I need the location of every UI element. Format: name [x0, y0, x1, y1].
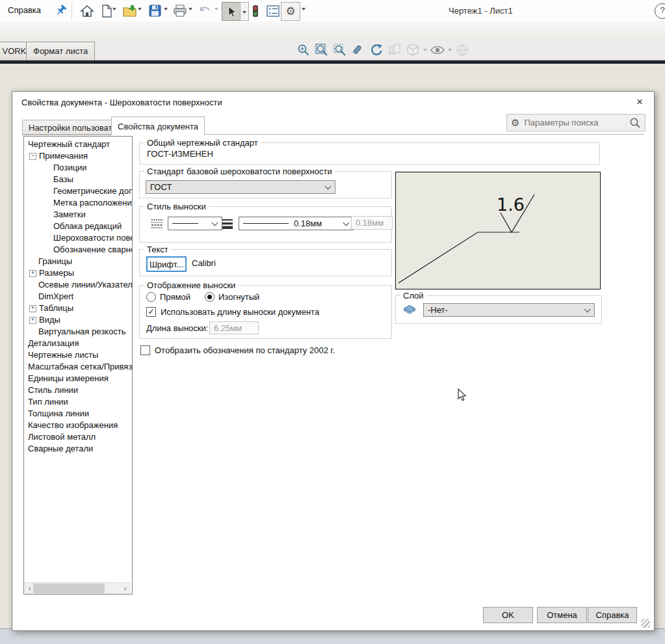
tree-item[interactable]: Чертежный стандарт	[24, 139, 132, 150]
expand-icon[interactable]: +	[29, 270, 36, 277]
tree-item[interactable]: Метка расположения	[24, 197, 132, 209]
display-style-caret[interactable]	[423, 49, 427, 51]
tab-sheet-format[interactable]: Формат листа	[26, 42, 95, 60]
tree-item[interactable]: +Таблицы	[24, 302, 132, 314]
leader-length-input[interactable]: 6.25мм	[209, 321, 259, 334]
standard-2002-checkbox[interactable]: Отобразить обозначения по стандарту 2002…	[140, 345, 335, 355]
line-thickness-icon[interactable]	[222, 219, 233, 229]
section-view-icon[interactable]	[387, 42, 402, 58]
resize-grip[interactable]	[641, 619, 650, 628]
search-gear-icon[interactable]: ⚙	[511, 117, 519, 129]
tree-item[interactable]: Осевые линии/Указатели	[24, 279, 132, 291]
save-button[interactable]	[146, 2, 164, 20]
tree-item[interactable]: Чертежные листы	[24, 349, 132, 361]
tree-item[interactable]: Тип линии	[24, 396, 132, 408]
expand-icon[interactable]: +	[29, 305, 36, 312]
select-button[interactable]	[222, 2, 241, 21]
options-caret[interactable]	[302, 8, 306, 10]
radio-bent[interactable]: Изогнутый	[205, 292, 259, 302]
options-button[interactable]: ⚙	[281, 2, 300, 21]
new-document-caret[interactable]	[112, 8, 116, 10]
tree-item[interactable]: Масштабная сетка/Привязать	[24, 361, 132, 373]
hide-show-icon[interactable]	[430, 42, 445, 58]
scroll-right-icon[interactable]: ›	[120, 583, 131, 594]
tab-document-properties[interactable]: Свойства документа	[111, 116, 205, 135]
tree-item-label: Границы	[38, 256, 72, 267]
search-icon[interactable]	[629, 116, 642, 129]
tree-item[interactable]: Качество изображения	[24, 420, 132, 431]
tree-item[interactable]: Заметки	[24, 209, 132, 221]
ok-button[interactable]: OK	[483, 607, 533, 623]
undo-button[interactable]	[196, 2, 214, 20]
line-pattern-icon[interactable]	[151, 219, 164, 229]
zoom-window-icon[interactable]	[314, 42, 330, 58]
cancel-button[interactable]: Отмена	[537, 607, 587, 623]
interference-button[interactable]	[250, 2, 261, 20]
appearances-icon[interactable]	[454, 42, 470, 58]
zoom-fit-icon[interactable]	[296, 42, 311, 58]
tree-item[interactable]: Геометрические допуски	[24, 185, 132, 197]
help-button[interactable]: Справка	[588, 607, 637, 623]
scrollbar-thumb[interactable]	[33, 584, 105, 593]
tree-item[interactable]: Единицы измерения	[24, 373, 132, 384]
home-button[interactable]	[78, 2, 96, 20]
tree-item[interactable]: DimXpert	[24, 291, 132, 302]
checkbox-unchecked-icon[interactable]	[140, 345, 150, 355]
rotate-view-icon[interactable]	[369, 42, 384, 58]
tree-item[interactable]: Толщина линии	[24, 408, 132, 420]
use-doc-length-checkbox[interactable]: ✓ Использовать длину выноски документа	[146, 307, 319, 317]
tree-item[interactable]: Виртуальная резкость	[24, 326, 132, 338]
save-caret[interactable]	[164, 8, 168, 10]
tree-item[interactable]: Стиль линии	[24, 384, 132, 396]
evaluate-button[interactable]	[264, 2, 282, 20]
collapse-icon[interactable]: −	[29, 153, 36, 160]
tree-item[interactable]: +Виды	[24, 314, 132, 326]
pin-icon[interactable]	[55, 4, 68, 19]
select-caret-box[interactable]	[240, 2, 249, 21]
tree-item[interactable]: Шероховатости поверхности	[24, 232, 132, 244]
tree-item[interactable]: +Размеры	[24, 267, 132, 279]
display-style-icon[interactable]	[405, 42, 421, 58]
tree-item[interactable]: Облака редакций	[24, 221, 132, 232]
print-caret[interactable]	[189, 8, 192, 10]
tree-item-label: Обозначение сварного шва	[53, 244, 132, 256]
expand-icon[interactable]: +	[29, 317, 36, 324]
tree-item[interactable]: −Примечания	[24, 150, 132, 162]
print-button[interactable]	[171, 2, 189, 20]
tree-item[interactable]: Позиции	[24, 162, 132, 174]
magnified-selection-icon[interactable]	[350, 42, 366, 58]
radio-straight[interactable]: Прямой	[146, 292, 190, 302]
font-name: Calibri	[192, 258, 216, 268]
close-icon[interactable]: ×	[630, 94, 649, 110]
zoom-area-icon[interactable]	[332, 42, 348, 58]
help-icon[interactable]: ?	[655, 3, 665, 19]
tree-item-label: DimXpert	[38, 291, 73, 302]
search-input[interactable]	[523, 117, 629, 128]
open-caret[interactable]	[138, 8, 142, 10]
menu-help[interactable]: Справка	[8, 5, 41, 15]
dialog-title: Свойства документа - Шероховатости повер…	[21, 98, 222, 107]
font-button-label: Шрифт...	[150, 260, 183, 269]
open-button[interactable]	[121, 2, 139, 20]
new-document-button[interactable]	[98, 2, 116, 20]
base-standard-select[interactable]: ГОСТ	[146, 180, 335, 194]
radio-selected-icon[interactable]	[205, 292, 215, 302]
tree-item[interactable]: Базы	[24, 174, 132, 185]
hide-show-caret[interactable]	[448, 49, 452, 51]
tree-horizontal-scrollbar[interactable]: ‹ ›	[24, 582, 131, 594]
tree-item[interactable]: Границы	[24, 256, 132, 267]
line-style-select[interactable]	[168, 217, 222, 230]
undo-caret[interactable]	[215, 8, 218, 10]
tree-item[interactable]: Детализация	[24, 338, 132, 349]
font-button[interactable]: Шрифт...	[146, 256, 187, 272]
tree-item[interactable]: Сварные детали	[24, 443, 132, 455]
checkbox-checked-icon[interactable]: ✓	[146, 307, 156, 317]
radio-icon[interactable]	[146, 292, 156, 302]
tree-item[interactable]: Обозначение сварного шва	[24, 244, 132, 256]
custom-weight-input[interactable]: 0.18мм	[351, 216, 393, 230]
layer-select[interactable]: -Нет-	[423, 303, 595, 317]
tree-item-label: Масштабная сетка/Привязать	[28, 361, 132, 373]
toolbar-separator	[72, 2, 72, 20]
line-weight-select[interactable]: 0.18мм	[239, 217, 354, 230]
tree-item[interactable]: Листовой металл	[24, 431, 132, 443]
